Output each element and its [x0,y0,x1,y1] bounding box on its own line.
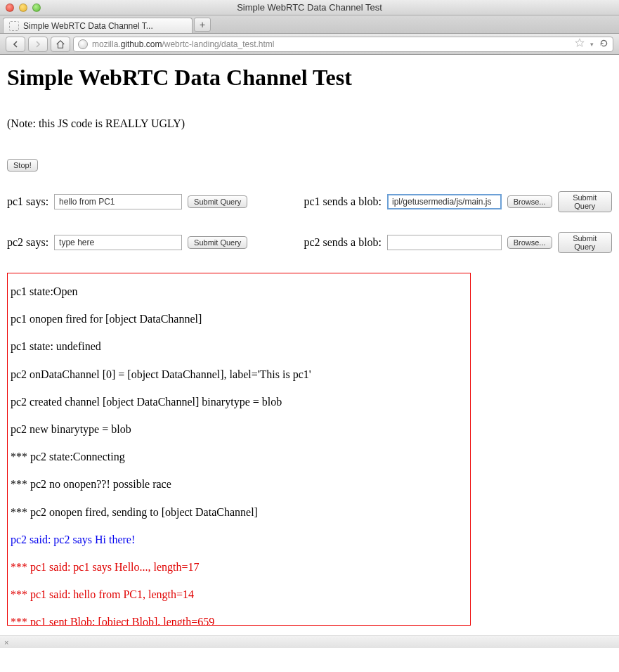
pc1-blob-input[interactable] [387,194,502,209]
plus-icon: + [200,19,205,30]
browser-tab-active[interactable]: Simple WebRTC Data Channel T... [3,18,193,33]
browser-navbar: mozilla.github.com/webrtc-landing/data_t… [0,34,619,55]
pc2-blob-input[interactable] [387,235,502,250]
pc1-row: pc1 says: Submit Query pc1 sends a blob:… [7,191,612,212]
dropdown-caret-icon[interactable]: ▾ [590,41,594,48]
pc1-submit-button[interactable]: Submit Query [188,195,247,208]
log-line: *** pc1 said: pc1 says Hello..., length=… [11,560,467,574]
log-line: pc2 onDataChannel [0] = [object DataChan… [11,368,467,381]
pc2-blob-label: pc2 sends a blob: [304,236,382,249]
log-line: *** pc1 sent Blob: [object Blob], length… [11,615,467,626]
browser-tabstrip: Simple WebRTC Data Channel T... + [0,15,619,34]
pc2-browse-button[interactable]: Browse... [507,236,552,249]
log-line: pc2 new binarytype = blob [11,422,467,436]
globe-icon [78,39,88,49]
window-titlebar: Simple WebRTC Data Channel Test [0,0,619,15]
reload-icon [599,39,608,48]
log-line: pc2 created channel [object DataChannel]… [11,395,467,408]
url-bar[interactable]: mozilla.github.com/webrtc-landing/data_t… [73,37,613,52]
close-window-button[interactable] [6,4,14,12]
bookmark-star-icon[interactable] [575,38,585,50]
pc1-blob-submit-button[interactable]: Submit Query [558,191,612,212]
stop-button[interactable]: Stop! [7,159,38,172]
minimize-window-button[interactable] [19,4,27,12]
pc1-browse-button[interactable]: Browse... [507,195,552,208]
log-line: *** pc2 state:Connecting [11,450,467,463]
pc1-says-input[interactable] [54,194,182,209]
window-title: Simple WebRTC Data Channel Test [237,2,382,13]
status-bar: × [0,635,619,648]
pc1-blob-label: pc1 sends a blob: [304,195,382,208]
page-heading: Simple WebRTC Data Channel Test [7,65,612,91]
favicon-placeholder-icon [9,21,19,31]
log-output-box[interactable]: pc1 state:Openpc1 onopen fired for [obje… [7,273,471,626]
zoom-window-button[interactable] [32,4,41,12]
log-line: *** pc2 no onopen??! possible race [11,477,467,491]
back-button[interactable] [6,37,25,52]
log-line: pc1 state: undefined [11,340,467,353]
pc2-says-label: pc2 says: [7,236,48,249]
home-button[interactable] [51,37,70,52]
url-text: mozilla.github.com/webrtc-landing/data_t… [92,39,571,49]
new-tab-button[interactable]: + [194,18,211,32]
home-icon [56,39,65,49]
note-text: (Note: this JS code is REALLY UGLY) [7,117,612,130]
pc2-row: pc2 says: Submit Query pc2 sends a blob:… [7,232,612,253]
pc2-blob-submit-button[interactable]: Submit Query [558,232,612,253]
status-close-icon[interactable]: × [4,638,8,647]
forward-button[interactable] [28,37,48,52]
back-arrow-icon [12,41,19,48]
log-line: pc1 state:Open [11,285,467,298]
log-line: *** pc1 said: hello from PC1, length=14 [11,588,467,601]
pc1-says-label: pc1 says: [7,195,48,208]
reload-button[interactable] [599,39,608,50]
page-content: Simple WebRTC Data Channel Test (Note: t… [0,55,619,635]
log-lines: pc1 state:Openpc1 onopen fired for [obje… [8,273,470,626]
forward-arrow-icon [34,41,41,48]
log-line: pc1 onopen fired for [object DataChannel… [11,312,467,325]
pc2-submit-button[interactable]: Submit Query [188,236,247,249]
log-line: pc2 said: pc2 says Hi there! [11,533,467,546]
traffic-lights [0,4,41,12]
pc2-says-input[interactable] [54,235,182,250]
log-line: *** pc2 onopen fired, sending to [object… [11,505,467,519]
tab-label: Simple WebRTC Data Channel T... [23,21,153,31]
